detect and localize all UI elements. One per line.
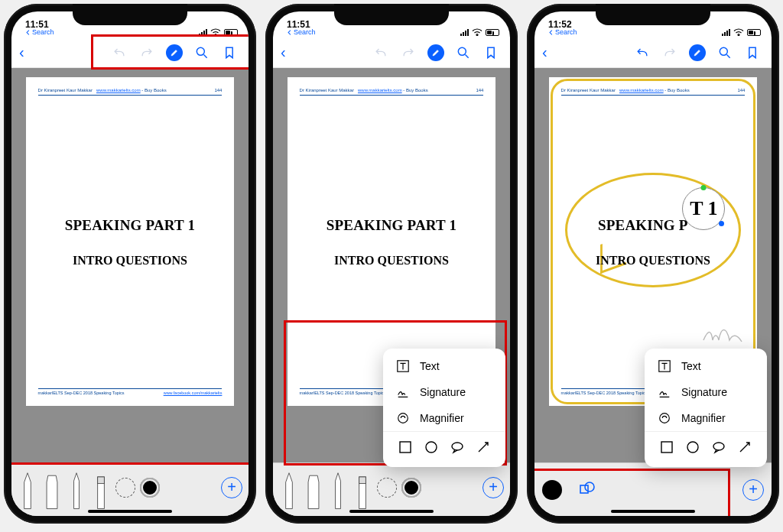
back-button[interactable]: ‹ <box>19 44 34 61</box>
popup-text-option[interactable]: Text <box>645 353 767 379</box>
svg-point-9 <box>426 442 437 453</box>
battery-icon <box>486 29 499 36</box>
lasso-tool[interactable] <box>377 478 397 498</box>
bookmark-icon[interactable] <box>221 44 238 61</box>
page-header: Dr Kiranpreet Kaur Makkar www.makkarielt… <box>561 88 746 96</box>
color-picker[interactable] <box>401 478 421 498</box>
page-header: Dr Kiranpreet Kaur Makkar www.makkarielt… <box>300 88 484 96</box>
add-annotation-popup: Text Signature Magnifier <box>645 349 767 467</box>
shape-toolbar: + <box>534 462 772 516</box>
home-indicator[interactable] <box>349 510 434 513</box>
eraser-tool[interactable] <box>353 470 372 511</box>
redo-icon[interactable] <box>661 44 678 61</box>
shape-circle[interactable] <box>424 440 439 455</box>
shape-arrow[interactable] <box>737 440 752 455</box>
popup-magnifier-label: Magnifier <box>420 412 464 424</box>
popup-signature-option[interactable]: Signature <box>645 379 767 405</box>
markup-toggle[interactable] <box>689 44 706 61</box>
battery-icon <box>747 29 761 36</box>
wifi-icon <box>210 28 221 36</box>
add-annotation-button[interactable]: + <box>221 477 242 498</box>
doc-heading-1: SPEAKING PART 1 <box>327 217 457 234</box>
shape-speech-bubble[interactable] <box>711 440 726 455</box>
shape-style-button[interactable] <box>577 479 596 501</box>
signal-icon <box>722 29 730 36</box>
wifi-icon <box>733 28 744 36</box>
markup-toggle[interactable] <box>166 44 183 61</box>
breadcrumb-search[interactable]: Search <box>25 29 54 36</box>
undo-icon[interactable] <box>372 44 389 61</box>
notch <box>73 4 187 25</box>
popup-signature-option[interactable]: Signature <box>383 379 505 405</box>
pencil-tool[interactable] <box>67 470 86 511</box>
doc-heading-2: INTRO QUESTIONS <box>73 254 187 268</box>
popup-text-label: Text <box>681 360 701 372</box>
pen-tool[interactable] <box>279 470 299 511</box>
svg-rect-8 <box>400 442 411 453</box>
page-number: 144 <box>737 88 745 92</box>
shape-square[interactable] <box>659 440 674 455</box>
popup-text-option[interactable]: Text <box>383 353 505 379</box>
popup-magnifier-label: Magnifier <box>681 412 726 424</box>
undo-icon[interactable] <box>111 44 128 61</box>
pencil-tool[interactable] <box>328 470 348 511</box>
shape-circle[interactable] <box>685 440 700 455</box>
svg-point-11 <box>720 47 727 55</box>
breadcrumb-search[interactable]: Search <box>287 29 316 36</box>
magnifier-handle-zoom[interactable] <box>701 185 707 190</box>
signature-icon <box>395 385 411 399</box>
fill-color-picker[interactable] <box>542 480 562 500</box>
shape-square[interactable] <box>398 440 413 455</box>
page-number: 144 <box>214 88 222 92</box>
bookmark-icon[interactable] <box>744 44 761 61</box>
add-annotation-button[interactable]: + <box>742 479 764 501</box>
markup-toggle[interactable] <box>427 44 444 61</box>
doc-heading-1: SPEAKING PAR <box>598 217 708 234</box>
marker-tool[interactable] <box>304 470 323 511</box>
page-header: Dr Kiranpreet Kaur Makkar www.makkarielt… <box>38 88 223 96</box>
breadcrumb-search[interactable]: Search <box>548 29 577 36</box>
bookmark-icon[interactable] <box>482 44 499 61</box>
svg-rect-5 <box>359 477 366 484</box>
redo-icon[interactable] <box>138 44 155 61</box>
svg-rect-2 <box>98 477 105 484</box>
search-icon[interactable] <box>193 44 210 61</box>
signature-icon <box>657 385 672 399</box>
svg-point-13 <box>585 482 594 491</box>
battery-icon <box>224 29 238 36</box>
redo-icon[interactable] <box>400 44 417 61</box>
color-picker[interactable] <box>140 478 160 498</box>
svg-point-0 <box>197 47 204 55</box>
navbar: ‹ <box>534 37 772 68</box>
page-footer: makkarIELTS Sep-DEC 2018 Speaking Topics… <box>38 388 223 395</box>
document-viewport[interactable]: Dr Kiranpreet Kaur Makkar www.makkarielt… <box>11 68 249 462</box>
home-indicator[interactable] <box>611 510 695 513</box>
home-indicator[interactable] <box>88 510 172 513</box>
shape-arrow[interactable] <box>476 440 491 455</box>
back-button[interactable]: ‹ <box>542 44 557 61</box>
page-number: 144 <box>476 88 483 92</box>
text-box-icon <box>395 359 411 373</box>
phone-frame-3: 11:52 Search ‹ Dr <box>527 4 779 524</box>
popup-signature-label: Signature <box>420 386 466 398</box>
popup-magnifier-option[interactable]: Magnifier <box>383 405 505 431</box>
navbar: ‹ <box>273 37 510 68</box>
marker-tool[interactable] <box>42 470 62 511</box>
eraser-tool[interactable] <box>91 470 111 511</box>
lasso-tool[interactable] <box>115 478 135 498</box>
back-button[interactable]: ‹ <box>281 44 296 61</box>
popup-text-label: Text <box>420 360 440 372</box>
undo-icon[interactable] <box>634 44 651 61</box>
add-annotation-button[interactable]: + <box>482 477 504 498</box>
shape-speech-bubble[interactable] <box>450 440 465 455</box>
pen-tool[interactable] <box>18 470 37 511</box>
search-icon[interactable] <box>716 44 733 61</box>
tutorial-highlight-shapebar <box>534 469 730 516</box>
svg-point-7 <box>398 414 408 423</box>
notch <box>334 4 449 25</box>
popup-magnifier-option[interactable]: Magnifier <box>645 405 767 431</box>
svg-point-17 <box>687 442 698 453</box>
svg-point-15 <box>660 414 670 423</box>
search-icon[interactable] <box>455 44 472 61</box>
svg-point-10 <box>452 443 463 450</box>
